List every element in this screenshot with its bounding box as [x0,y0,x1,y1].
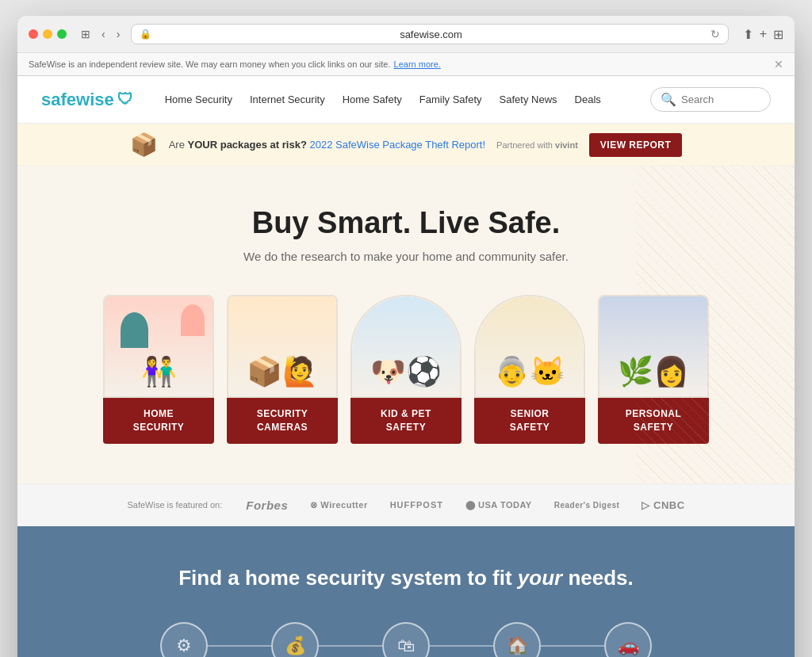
security-cameras-button[interactable]: SECURITYCAMERAS [227,398,338,444]
browser-chrome: ⊞ ‹ › 🔒 safewise.com ↻ ⬆ + ⊞ SafeWise is… [17,16,795,76]
usatoday-logo: ⬤ USA TODAY [465,500,532,510]
featured-label: SafeWise is featured on: [127,500,222,510]
address-bar[interactable]: 🔒 safewise.com ↻ [131,24,728,44]
logo-icon: 🛡 [117,90,133,109]
nav-deals[interactable]: Deals [575,94,601,105]
step-tools[interactable]: ⚙ [160,622,208,657]
site-nav: safewise 🛡 Home Security Internet Securi… [17,76,795,124]
featured-logos: Forbes ⊗ Wirecutter HUFFPOST ⬤ USA TODAY… [246,498,684,512]
ad-text-highlight: YOUR packages at risk? [188,139,307,151]
notification-learn-more[interactable]: Learn more. [394,59,441,69]
kid-pet-safety-button[interactable]: KID & PETSAFETY [350,398,462,444]
personal-safety-illustration: 🌿👩 [599,296,707,396]
blue-section-title: Find a home security system to fit your … [41,566,771,590]
category-kid-pet-safety[interactable]: 🐶⚽ KID & PETSAFETY [350,295,462,444]
lock-icon: 🔒 [140,29,151,40]
home-security-illustration: 👫 [105,296,213,396]
partner-logo: Partnered with vivint [496,140,578,150]
nav-links: Home Security Internet Security Home Saf… [165,94,634,105]
senior-safety-illustration: 👵🐱 [476,296,584,396]
step-line-3 [430,645,493,647]
ad-report-link[interactable]: 2022 SafeWise Package Theft Report! [309,139,485,151]
steps-row: ⚙ 💰 🛍 🏠 🚗 [41,622,771,657]
nav-home-security[interactable]: Home Security [165,94,232,105]
tools-icon: ⚙ [176,636,192,656]
category-security-cameras[interactable]: 📦🙋 SECURITYCAMERAS [227,295,338,444]
step-line-4 [541,645,604,647]
search-input[interactable] [681,94,760,105]
search-icon: 🔍 [661,92,676,107]
readers-digest-logo: Reader's Digest [554,501,620,510]
featured-bar: SafeWise is featured on: Forbes ⊗ Wirecu… [17,483,795,526]
security-cameras-illustration: 📦🙋 [228,296,336,396]
senior-safety-button[interactable]: SENIORSAFETY [474,398,585,444]
security-cameras-window: 📦🙋 [227,295,338,398]
step-shop[interactable]: 🛍 [382,622,430,657]
step-home[interactable]: 🏠 [493,622,541,657]
nav-home-safety[interactable]: Home Safety [343,94,402,105]
site-content: safewise 🛡 Home Security Internet Securi… [17,76,795,657]
home-icon: 🏠 [507,636,528,656]
nav-search-box[interactable]: 🔍 [650,87,771,112]
huffpost-logo: HUFFPOST [390,500,443,510]
reload-button[interactable]: ↻ [710,28,720,40]
step-budget[interactable]: 💰 [271,622,319,657]
budget-icon: 💰 [285,636,306,656]
ad-text: Are YOUR packages at risk? 2022 SafeWise… [169,139,485,151]
banner-close-button[interactable]: ✕ [774,58,783,71]
cnbc-logo: ▷ CNBC [642,499,684,511]
ad-banner: 📦 Are YOUR packages at risk? 2022 SafeWi… [17,124,795,166]
step-car[interactable]: 🚗 [604,622,652,657]
kid-pet-safety-illustration: 🐶⚽ [352,296,460,396]
personal-safety-window: 🌿👩 [598,295,709,398]
nav-internet-security[interactable]: Internet Security [250,94,325,105]
kid-pet-safety-window: 🐶⚽ [350,295,462,398]
close-button[interactable] [29,29,38,39]
back-button[interactable]: ‹ [98,26,109,42]
wirecutter-logo: ⊗ Wirecutter [310,500,367,510]
ad-text-prefix: Are [169,139,188,151]
ad-package-icon: 📦 [130,132,158,158]
step-line-2 [319,645,382,647]
step-line-1 [208,645,271,647]
site-logo[interactable]: safewise 🛡 [41,90,133,110]
browser-window: ⊞ ‹ › 🔒 safewise.com ↻ ⬆ + ⊞ SafeWise is… [17,16,795,657]
blue-title-end: needs. [562,566,634,590]
traffic-lights [29,29,67,39]
maximize-button[interactable] [57,29,67,39]
forbes-logo: Forbes [246,498,288,512]
forward-button[interactable]: › [113,26,124,42]
senior-safety-window: 👵🐱 [474,295,585,398]
blue-title-italic: your [518,566,562,590]
shop-icon: 🛍 [397,636,415,656]
home-security-button[interactable]: HOMESECURITY [103,398,214,444]
nav-family-safety[interactable]: Family Safety [419,94,482,105]
hero-section: Buy Smart. Live Safe. We do the research… [17,166,795,483]
browser-notification-banner: SafeWise is an independent review site. … [17,52,795,75]
nav-safety-news[interactable]: Safety News [500,94,557,105]
browser-titlebar: ⊞ ‹ › 🔒 safewise.com ↻ ⬆ + ⊞ [17,16,795,52]
logo-text: safewise [41,90,114,110]
blue-title-start: Find a home security system to fit [178,566,518,590]
browser-actions: ⬆ + ⊞ [743,27,783,42]
home-security-window: 👫 [103,295,214,398]
url-text: safewise.com [156,29,705,40]
car-icon: 🚗 [618,636,639,656]
sidebar-toggle-button[interactable]: ⊞ [78,26,94,42]
share-button[interactable]: ⬆ [743,27,753,42]
new-tab-button[interactable]: + [760,27,767,41]
notification-text: SafeWise is an independent review site. … [29,59,391,69]
category-senior-safety[interactable]: 👵🐱 SENIORSAFETY [474,295,585,444]
minimize-button[interactable] [43,29,52,39]
ad-cta-button[interactable]: VIEW REPORT [589,133,683,157]
grid-button[interactable]: ⊞ [773,27,783,42]
category-home-security[interactable]: 👫 HOMESECURITY [103,295,214,444]
blue-section: Find a home security system to fit your … [17,526,795,657]
browser-controls: ⊞ ‹ › [78,26,123,42]
